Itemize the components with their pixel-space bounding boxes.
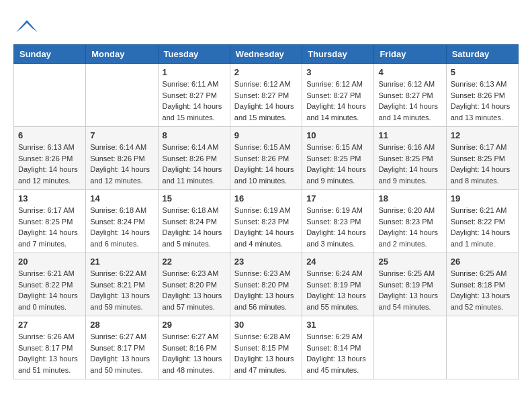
calendar-week-3: 13Sunrise: 6:17 AMSunset: 8:25 PMDayligh… bbox=[14, 190, 519, 253]
page-header bbox=[13, 13, 519, 38]
column-header-tuesday: Tuesday bbox=[158, 45, 230, 64]
day-info: Sunrise: 6:17 AMSunset: 8:25 PMDaylight:… bbox=[18, 205, 81, 249]
calendar-cell: 16Sunrise: 6:19 AMSunset: 8:23 PMDayligh… bbox=[230, 190, 302, 253]
day-number: 10 bbox=[306, 130, 369, 140]
day-info: Sunrise: 6:17 AMSunset: 8:25 PMDaylight:… bbox=[451, 142, 514, 186]
day-number: 12 bbox=[451, 130, 514, 140]
day-info: Sunrise: 6:14 AMSunset: 8:26 PMDaylight:… bbox=[163, 142, 226, 186]
calendar-cell: 13Sunrise: 6:17 AMSunset: 8:25 PMDayligh… bbox=[14, 190, 86, 253]
day-info: Sunrise: 6:21 AMSunset: 8:22 PMDaylight:… bbox=[451, 205, 514, 249]
calendar-cell: 4Sunrise: 6:12 AMSunset: 8:27 PMDaylight… bbox=[374, 64, 446, 127]
column-header-friday: Friday bbox=[374, 45, 446, 64]
calendar-cell: 22Sunrise: 6:23 AMSunset: 8:20 PMDayligh… bbox=[158, 253, 230, 316]
calendar-cell bbox=[14, 64, 86, 127]
calendar-week-4: 20Sunrise: 6:21 AMSunset: 8:22 PMDayligh… bbox=[14, 253, 519, 316]
day-info: Sunrise: 6:11 AMSunset: 8:27 PMDaylight:… bbox=[163, 79, 226, 123]
day-number: 11 bbox=[378, 130, 441, 140]
day-info: Sunrise: 6:24 AMSunset: 8:19 PMDaylight:… bbox=[306, 268, 369, 312]
day-info: Sunrise: 6:20 AMSunset: 8:23 PMDaylight:… bbox=[378, 205, 441, 249]
calendar-cell: 5Sunrise: 6:13 AMSunset: 8:26 PMDaylight… bbox=[446, 64, 518, 127]
day-info: Sunrise: 6:28 AMSunset: 8:15 PMDaylight:… bbox=[234, 331, 298, 375]
day-number: 9 bbox=[234, 130, 298, 140]
calendar-cell: 18Sunrise: 6:20 AMSunset: 8:23 PMDayligh… bbox=[374, 190, 446, 253]
calendar-cell: 8Sunrise: 6:14 AMSunset: 8:26 PMDaylight… bbox=[158, 127, 230, 190]
day-number: 20 bbox=[18, 257, 81, 267]
calendar-cell: 6Sunrise: 6:13 AMSunset: 8:26 PMDaylight… bbox=[14, 127, 86, 190]
day-number: 13 bbox=[18, 193, 81, 203]
calendar-cell: 11Sunrise: 6:16 AMSunset: 8:25 PMDayligh… bbox=[374, 127, 446, 190]
day-number: 18 bbox=[378, 193, 441, 203]
day-info: Sunrise: 6:15 AMSunset: 8:26 PMDaylight:… bbox=[234, 142, 298, 186]
calendar-cell: 3Sunrise: 6:12 AMSunset: 8:27 PMDaylight… bbox=[302, 64, 374, 127]
column-header-wednesday: Wednesday bbox=[230, 45, 302, 64]
calendar-cell: 21Sunrise: 6:22 AMSunset: 8:21 PMDayligh… bbox=[86, 253, 158, 316]
day-info: Sunrise: 6:12 AMSunset: 8:27 PMDaylight:… bbox=[306, 79, 369, 123]
day-info: Sunrise: 6:22 AMSunset: 8:21 PMDaylight:… bbox=[90, 268, 153, 312]
day-info: Sunrise: 6:25 AMSunset: 8:18 PMDaylight:… bbox=[451, 268, 514, 312]
day-info: Sunrise: 6:25 AMSunset: 8:19 PMDaylight:… bbox=[378, 268, 441, 312]
column-header-thursday: Thursday bbox=[302, 45, 374, 64]
day-info: Sunrise: 6:12 AMSunset: 8:27 PMDaylight:… bbox=[234, 79, 298, 123]
calendar-cell: 24Sunrise: 6:24 AMSunset: 8:19 PMDayligh… bbox=[302, 253, 374, 316]
day-number: 26 bbox=[451, 257, 514, 267]
calendar-cell: 15Sunrise: 6:18 AMSunset: 8:24 PMDayligh… bbox=[158, 190, 230, 253]
day-info: Sunrise: 6:27 AMSunset: 8:17 PMDaylight:… bbox=[90, 331, 153, 375]
day-number: 21 bbox=[90, 257, 153, 267]
calendar-cell: 30Sunrise: 6:28 AMSunset: 8:15 PMDayligh… bbox=[230, 316, 302, 379]
day-info: Sunrise: 6:15 AMSunset: 8:25 PMDaylight:… bbox=[306, 142, 369, 186]
column-header-sunday: Sunday bbox=[14, 45, 86, 64]
day-number: 17 bbox=[306, 193, 369, 203]
day-number: 2 bbox=[234, 67, 298, 77]
day-info: Sunrise: 6:23 AMSunset: 8:20 PMDaylight:… bbox=[234, 268, 298, 312]
day-number: 30 bbox=[234, 320, 298, 330]
day-number: 29 bbox=[163, 320, 226, 330]
day-info: Sunrise: 6:13 AMSunset: 8:26 PMDaylight:… bbox=[451, 79, 514, 123]
calendar-cell: 10Sunrise: 6:15 AMSunset: 8:25 PMDayligh… bbox=[302, 127, 374, 190]
day-number: 25 bbox=[378, 257, 441, 267]
calendar-header-row: SundayMondayTuesdayWednesdayThursdayFrid… bbox=[14, 45, 519, 64]
calendar-week-1: 1Sunrise: 6:11 AMSunset: 8:27 PMDaylight… bbox=[14, 64, 519, 127]
day-info: Sunrise: 6:18 AMSunset: 8:24 PMDaylight:… bbox=[163, 205, 226, 249]
calendar-cell: 2Sunrise: 6:12 AMSunset: 8:27 PMDaylight… bbox=[230, 64, 302, 127]
day-info: Sunrise: 6:13 AMSunset: 8:26 PMDaylight:… bbox=[18, 142, 81, 186]
day-info: Sunrise: 6:21 AMSunset: 8:22 PMDaylight:… bbox=[18, 268, 81, 312]
logo-icon bbox=[13, 13, 38, 38]
day-info: Sunrise: 6:16 AMSunset: 8:25 PMDaylight:… bbox=[378, 142, 441, 186]
day-info: Sunrise: 6:27 AMSunset: 8:16 PMDaylight:… bbox=[163, 331, 226, 375]
day-number: 8 bbox=[163, 130, 226, 140]
day-number: 3 bbox=[306, 67, 369, 77]
calendar-cell bbox=[446, 316, 518, 379]
day-number: 27 bbox=[18, 320, 81, 330]
day-number: 4 bbox=[378, 67, 441, 77]
calendar-cell: 31Sunrise: 6:29 AMSunset: 8:14 PMDayligh… bbox=[302, 316, 374, 379]
calendar-cell: 29Sunrise: 6:27 AMSunset: 8:16 PMDayligh… bbox=[158, 316, 230, 379]
day-number: 5 bbox=[451, 67, 514, 77]
day-number: 16 bbox=[234, 193, 298, 203]
day-info: Sunrise: 6:12 AMSunset: 8:27 PMDaylight:… bbox=[378, 79, 441, 123]
day-number: 14 bbox=[90, 193, 153, 203]
day-number: 23 bbox=[234, 257, 298, 267]
day-number: 31 bbox=[306, 320, 369, 330]
calendar-cell bbox=[86, 64, 158, 127]
calendar-cell: 26Sunrise: 6:25 AMSunset: 8:18 PMDayligh… bbox=[446, 253, 518, 316]
day-info: Sunrise: 6:19 AMSunset: 8:23 PMDaylight:… bbox=[234, 205, 298, 249]
day-info: Sunrise: 6:29 AMSunset: 8:14 PMDaylight:… bbox=[306, 331, 369, 375]
calendar-cell bbox=[374, 316, 446, 379]
calendar-cell: 19Sunrise: 6:21 AMSunset: 8:22 PMDayligh… bbox=[446, 190, 518, 253]
column-header-monday: Monday bbox=[86, 45, 158, 64]
day-number: 15 bbox=[163, 193, 226, 203]
column-header-saturday: Saturday bbox=[446, 45, 518, 64]
day-number: 19 bbox=[451, 193, 514, 203]
svg-rect-0 bbox=[13, 13, 38, 38]
calendar-cell: 9Sunrise: 6:15 AMSunset: 8:26 PMDaylight… bbox=[230, 127, 302, 190]
calendar-cell: 23Sunrise: 6:23 AMSunset: 8:20 PMDayligh… bbox=[230, 253, 302, 316]
calendar-cell: 12Sunrise: 6:17 AMSunset: 8:25 PMDayligh… bbox=[446, 127, 518, 190]
day-info: Sunrise: 6:19 AMSunset: 8:23 PMDaylight:… bbox=[306, 205, 369, 249]
calendar-cell: 20Sunrise: 6:21 AMSunset: 8:22 PMDayligh… bbox=[14, 253, 86, 316]
calendar-week-2: 6Sunrise: 6:13 AMSunset: 8:26 PMDaylight… bbox=[14, 127, 519, 190]
calendar-cell: 17Sunrise: 6:19 AMSunset: 8:23 PMDayligh… bbox=[302, 190, 374, 253]
calendar-cell: 14Sunrise: 6:18 AMSunset: 8:24 PMDayligh… bbox=[86, 190, 158, 253]
day-number: 6 bbox=[18, 130, 81, 140]
calendar-week-5: 27Sunrise: 6:26 AMSunset: 8:17 PMDayligh… bbox=[14, 316, 519, 379]
day-number: 1 bbox=[163, 67, 226, 77]
